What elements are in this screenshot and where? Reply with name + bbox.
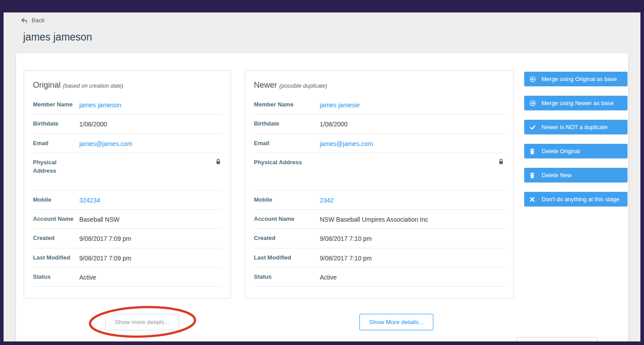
field-label: Created: [254, 234, 320, 243]
field-row-mobile: Mobile 2342: [254, 191, 505, 210]
field-value: Active: [320, 272, 337, 282]
action-label: Merge using Original as base: [542, 75, 623, 83]
action-label: Merge using Newer as base: [542, 99, 623, 107]
dont-do-anything-button[interactable]: Don't do anything at this stage: [524, 192, 628, 207]
trash-icon: [530, 172, 536, 179]
field-value: 1/08/2000: [320, 119, 347, 129]
field-rows: Member Name james jamesie Birthdate 1/08…: [245, 95, 514, 298]
field-label: Last Modified: [254, 253, 320, 262]
lock-icon: [216, 158, 221, 165]
field-label: Physical Address: [254, 158, 320, 167]
field-label: Physical Address: [33, 158, 79, 175]
lock-icon: [498, 158, 504, 165]
field-label: Mobile: [254, 195, 320, 204]
field-row-birthdate: Birthdate 1/08/2000: [254, 114, 505, 134]
field-value-link[interactable]: james@james.com: [79, 139, 132, 148]
back-button[interactable]: Back: [20, 17, 45, 24]
field-label: Mobile: [33, 195, 79, 204]
field-row-email: Email james@james.com: [254, 134, 505, 153]
field-value: 9/08/2017 7:10 pm: [320, 234, 372, 243]
card-subtitle: (possible duplicate): [279, 83, 327, 89]
newer-card: Newer(possible duplicate) Member Name ja…: [245, 70, 514, 299]
field-row-mobile: Mobile 324234: [33, 191, 222, 210]
field-label: Birthdate: [33, 119, 79, 128]
card-subtitle: (based on creation date): [63, 83, 123, 89]
field-label: Created: [33, 234, 79, 243]
field-value: Baseball NSW: [79, 215, 119, 224]
field-row-physical-address: Physical Address: [254, 153, 505, 191]
arrow-circle-right-icon: [530, 100, 536, 106]
field-row-created: Created 9/08/2017 7:10 pm: [254, 229, 505, 248]
original-card: Original(based on creation date) Member …: [24, 70, 231, 299]
field-row-member-name: Member Name james jamesie: [254, 95, 505, 114]
field-row-member-name: Member Name james jameson: [33, 95, 222, 114]
window-frame: Back james jameson Original(based on cre…: [0, 0, 644, 345]
field-label: Birthdate: [254, 119, 320, 128]
action-buttons: Merge using Original as base Merge using…: [524, 72, 628, 207]
card-title: Newer: [254, 81, 277, 89]
delete-original-button[interactable]: Delete Original: [524, 144, 628, 158]
delete-new-button[interactable]: Delete New: [524, 168, 628, 183]
field-value-link[interactable]: 324234: [79, 195, 100, 205]
merge-using-original-button[interactable]: Merge using Original as base: [524, 72, 628, 86]
field-value: Active: [79, 272, 96, 282]
action-label: Don't do anything at this stage: [542, 195, 623, 203]
field-label: Member Name: [254, 100, 320, 109]
arrow-circle-left-icon: [530, 76, 536, 82]
field-row-status: Status Active: [254, 268, 505, 287]
field-row-last-modified: Last Modified 9/08/2017 7:10 pm: [254, 248, 505, 268]
trash-icon: [530, 148, 536, 154]
field-row-last-modified: Last Modified 9/08/2017 7:09 pm: [33, 248, 222, 268]
back-label: Back: [32, 17, 45, 24]
field-value: 9/08/2017 7:10 pm: [320, 253, 372, 263]
field-value: 9/08/2017 7:09 pm: [79, 253, 131, 263]
x-icon: [530, 197, 536, 202]
show-more-original-button[interactable]: Show more details...: [105, 314, 179, 330]
field-label: Email: [33, 139, 79, 148]
not-a-duplicate-button[interactable]: Newer is NOT a duplicate: [524, 120, 628, 134]
field-value: NSW Baseball Umpires Association Inc: [320, 215, 428, 224]
field-value-link[interactable]: james jameson: [79, 100, 121, 110]
card-header: Original(based on creation date): [24, 71, 231, 95]
field-row-status: Status Active: [33, 268, 222, 287]
field-row-physical-address: Physical Address: [33, 153, 222, 191]
field-label: Status: [254, 272, 320, 281]
partial-button[interactable]: [517, 337, 598, 341]
card-header: Newer(possible duplicate): [245, 71, 514, 95]
field-row-created: Created 9/08/2017 7:09 pm: [33, 229, 222, 248]
field-label: Member Name: [33, 100, 79, 109]
page-title: james jameson: [23, 31, 92, 43]
field-rows: Member Name james jameson Birthdate 1/08…: [24, 95, 231, 298]
field-value: 9/08/2017 7:09 pm: [79, 234, 131, 243]
field-label: Last Modified: [33, 253, 79, 262]
card-title: Original: [33, 81, 61, 89]
field-row-account-name: Account Name NSW Baseball Umpires Associ…: [254, 210, 505, 229]
field-label: Account Name: [254, 215, 320, 223]
field-value-link[interactable]: james jamesie: [320, 100, 359, 110]
field-value-link[interactable]: james@james.com: [320, 139, 373, 148]
content-panel: Original(based on creation date) Member …: [16, 53, 628, 341]
field-label: Status: [33, 272, 79, 281]
back-arrow-icon: [20, 17, 28, 24]
merge-using-newer-button[interactable]: Merge using Newer as base: [524, 96, 628, 110]
action-label: Newer is NOT a duplicate: [542, 123, 623, 131]
field-value-link[interactable]: 2342: [320, 195, 334, 205]
action-label: Delete Original: [542, 147, 623, 155]
show-more-newer-button[interactable]: Show More details...: [359, 314, 433, 330]
field-row-email: Email james@james.com: [33, 134, 222, 153]
field-row-birthdate: Birthdate 1/08/2000: [33, 114, 222, 134]
action-label: Delete New: [542, 171, 623, 179]
check-icon: [530, 124, 536, 130]
field-value: 1/08/2000: [79, 119, 107, 129]
field-label: Account Name: [33, 215, 79, 223]
field-label: Email: [254, 139, 320, 148]
page: Back james jameson Original(based on cre…: [4, 12, 640, 341]
field-row-account-name: Account Name Baseball NSW: [33, 210, 222, 229]
